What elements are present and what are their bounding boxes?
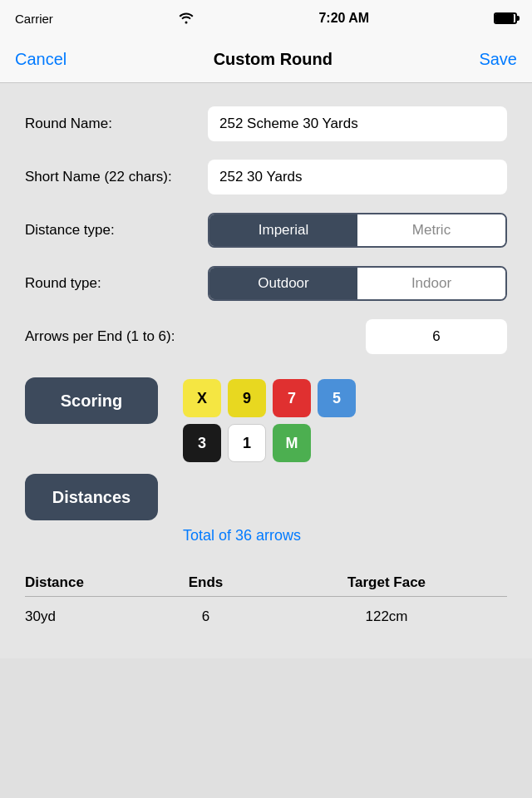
cell-face: 122cm bbox=[266, 608, 507, 625]
badge-9: 9 bbox=[228, 379, 266, 417]
cancel-button[interactable]: Cancel bbox=[15, 50, 66, 69]
scoring-section: Scoring X 9 7 5 3 1 M bbox=[25, 377, 507, 462]
distances-section: Distances bbox=[25, 474, 507, 520]
arrows-per-end-label: Arrows per End (1 to 6): bbox=[25, 328, 366, 345]
arrows-per-end-input[interactable] bbox=[366, 319, 507, 354]
short-name-input[interactable] bbox=[208, 160, 507, 195]
distance-type-segment: Imperial Metric bbox=[208, 213, 507, 248]
nav-bar: Cancel Custom Round Save bbox=[0, 37, 532, 83]
round-type-label: Round type: bbox=[25, 275, 208, 292]
badge-3: 3 bbox=[183, 424, 221, 462]
round-name-input[interactable] bbox=[208, 106, 507, 141]
badge-m: M bbox=[273, 424, 311, 462]
short-name-row: Short Name (22 chars): bbox=[25, 160, 507, 195]
segment-metric[interactable]: Metric bbox=[357, 214, 505, 246]
round-name-row: Round Name: bbox=[25, 106, 507, 141]
cell-distance: 30yd bbox=[25, 608, 145, 625]
page-title: Custom Round bbox=[214, 50, 332, 69]
score-badges: X 9 7 5 3 1 M bbox=[183, 379, 356, 462]
table-header: Distance Ends Target Face bbox=[25, 568, 507, 597]
short-name-label: Short Name (22 chars): bbox=[25, 169, 208, 185]
segment-outdoor[interactable]: Outdoor bbox=[209, 268, 357, 299]
badge-7: 7 bbox=[273, 379, 311, 417]
round-type-row: Round type: Outdoor Indoor bbox=[25, 266, 507, 301]
cell-ends: 6 bbox=[145, 608, 266, 625]
battery-icon bbox=[494, 12, 517, 24]
segment-indoor[interactable]: Indoor bbox=[357, 268, 505, 299]
arrows-per-end-row: Arrows per End (1 to 6): bbox=[25, 319, 507, 354]
round-name-label: Round Name: bbox=[25, 116, 208, 132]
score-row-1: X 9 7 5 bbox=[183, 379, 356, 417]
col-header-face: Target Face bbox=[266, 574, 507, 591]
wifi-icon bbox=[178, 11, 195, 27]
main-content: Round Name: Short Name (22 chars): Dista… bbox=[0, 83, 532, 658]
distance-type-row: Distance type: Imperial Metric bbox=[25, 213, 507, 248]
badge-1: 1 bbox=[228, 424, 266, 462]
carrier-label: Carrier bbox=[15, 12, 53, 26]
round-type-segment: Outdoor Indoor bbox=[208, 266, 507, 301]
scoring-button[interactable]: Scoring bbox=[25, 377, 158, 424]
col-header-ends: Ends bbox=[145, 574, 266, 591]
distance-type-label: Distance type: bbox=[25, 222, 208, 239]
badge-x: X bbox=[183, 379, 221, 417]
table-row: 30yd 6 122cm bbox=[25, 600, 507, 633]
status-bar: Carrier 7:20 AM bbox=[0, 0, 532, 37]
battery-area bbox=[494, 12, 517, 24]
badge-5: 5 bbox=[318, 379, 356, 417]
status-time: 7:20 AM bbox=[318, 11, 369, 26]
distances-button[interactable]: Distances bbox=[25, 474, 158, 520]
save-button[interactable]: Save bbox=[479, 50, 517, 69]
col-header-distance: Distance bbox=[25, 574, 145, 591]
total-arrows-label: Total of 36 arrows bbox=[183, 527, 507, 544]
segment-imperial[interactable]: Imperial bbox=[209, 214, 357, 246]
score-row-2: 3 1 M bbox=[183, 424, 356, 462]
